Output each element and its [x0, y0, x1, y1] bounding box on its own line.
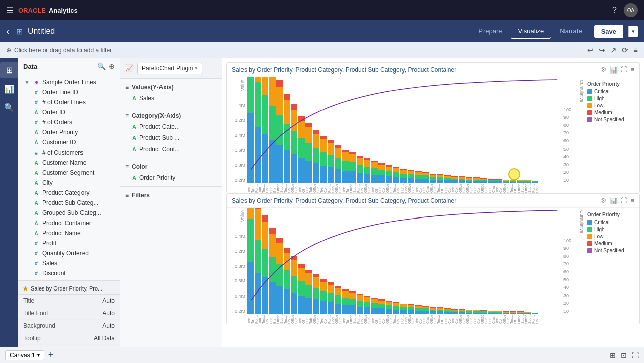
field-item[interactable]: ## of Customers [18, 148, 120, 158]
bar-group[interactable] [328, 282, 334, 314]
bar-group[interactable] [400, 304, 407, 314]
bar-group[interactable] [247, 208, 254, 314]
viz-field-item[interactable]: AOrder Priority [120, 172, 222, 183]
refresh-icon[interactable]: ⟳ [622, 46, 628, 55]
field-item[interactable]: AOrder Priority [18, 127, 120, 137]
hamburger-icon[interactable]: ☰ [6, 6, 13, 15]
field-item[interactable]: AProduct Name [18, 228, 120, 238]
bar-group[interactable] [422, 306, 429, 314]
fit-view-icon[interactable]: ⊡ [621, 351, 627, 359]
canvas-tab[interactable]: Canvas 1 ▾ [5, 350, 44, 360]
filter-hint[interactable]: ⊕ Click here or drag data to add a filte… [6, 47, 112, 54]
bar-group[interactable] [378, 163, 385, 183]
viz-field-item[interactable]: AProduct Cont... [120, 143, 222, 155]
field-item[interactable]: ACustomer ID [18, 137, 120, 148]
bar-group[interactable] [459, 176, 465, 183]
save-dropdown-button[interactable]: ▾ [628, 26, 638, 37]
viz-field-item[interactable]: AProduct Cate... [120, 121, 222, 132]
bar-group[interactable] [480, 310, 487, 314]
bar-group[interactable] [466, 310, 472, 314]
bar-group[interactable] [437, 307, 443, 314]
bar-group[interactable] [408, 170, 414, 183]
chart-icon-bar[interactable]: 📊 [610, 197, 618, 204]
viz-nav-icon[interactable]: 📊 [0, 81, 18, 97]
bar-group[interactable] [305, 270, 312, 314]
field-item[interactable]: AOrder ID [18, 107, 120, 117]
bar-group[interactable] [444, 175, 451, 183]
bar-group[interactable] [393, 167, 399, 183]
field-item[interactable]: #Sales [18, 258, 120, 268]
bar-group[interactable] [422, 172, 429, 183]
chart-icon-settings[interactable]: ⚙ [601, 197, 607, 204]
bar-group[interactable] [276, 238, 283, 314]
data-nav-icon[interactable]: ⊞ [0, 62, 18, 78]
bar-group[interactable] [255, 77, 261, 183]
bar-group[interactable] [430, 174, 436, 183]
bar-group[interactable] [349, 291, 356, 314]
bar-group[interactable] [371, 161, 378, 183]
bar-group[interactable] [466, 177, 472, 183]
back-button[interactable]: ‹ [6, 26, 9, 37]
search-icon[interactable]: 🔍 [97, 62, 106, 70]
field-item[interactable]: #Profit [18, 238, 120, 248]
field-item[interactable]: ## of Orders [18, 117, 120, 127]
bar-group[interactable] [328, 140, 334, 183]
chart-icon-menu[interactable]: ≡ [630, 66, 634, 74]
bar-group[interactable] [386, 301, 392, 314]
bar-group[interactable] [430, 307, 436, 314]
bar-group[interactable] [451, 176, 458, 183]
bar-group[interactable] [269, 77, 276, 183]
bar-group[interactable] [408, 304, 414, 314]
bar-group[interactable] [364, 296, 370, 314]
bar-group[interactable] [313, 130, 319, 183]
bar-group[interactable] [459, 309, 465, 314]
tree-dataset[interactable]: ▼ ⊞ Sample Order Lines [18, 77, 120, 87]
bar-group[interactable] [342, 289, 349, 314]
redo-icon[interactable]: ↪ [599, 46, 605, 55]
bar-group[interactable] [313, 274, 319, 314]
field-item[interactable]: AProduct Container [18, 218, 120, 228]
bar-group[interactable] [400, 169, 407, 183]
bar-group[interactable] [357, 294, 363, 314]
viz-field-item[interactable]: AProduct Sub ... [120, 132, 222, 143]
grid-view-icon[interactable]: ⊞ [610, 351, 616, 359]
bar-group[interactable] [488, 179, 495, 183]
bar-group[interactable] [284, 248, 290, 314]
bar-group[interactable] [255, 208, 261, 314]
bar-group[interactable] [480, 178, 487, 183]
bar-group[interactable] [437, 174, 443, 183]
field-item[interactable]: ACity [18, 178, 120, 188]
bar-group[interactable] [291, 256, 297, 314]
analytics-nav-icon[interactable]: 🔍 [0, 100, 18, 115]
bar-group[interactable] [473, 310, 480, 314]
save-button[interactable]: Save [594, 25, 623, 38]
bar-group[interactable] [495, 179, 502, 183]
bar-group[interactable] [262, 77, 268, 183]
bar-group[interactable] [247, 77, 254, 183]
bar-group[interactable] [371, 298, 378, 314]
add-canvas-button[interactable]: + [48, 350, 54, 360]
undo-icon[interactable]: ↩ [587, 46, 594, 55]
bar-group[interactable] [444, 308, 451, 314]
tab-narrate[interactable]: Narrate [553, 24, 589, 39]
bar-group[interactable] [320, 136, 327, 183]
bar-group[interactable] [415, 305, 422, 314]
bar-group[interactable] [298, 264, 305, 314]
bar-group[interactable] [335, 145, 341, 183]
bar-group[interactable] [393, 302, 399, 314]
field-item[interactable]: ACustomer Name [18, 158, 120, 168]
bar-group[interactable] [284, 94, 290, 183]
bar-group[interactable] [378, 299, 385, 314]
bar-group[interactable] [320, 279, 327, 314]
bar-group[interactable] [342, 149, 349, 183]
field-item[interactable]: #Order Line ID [18, 87, 120, 97]
fullscreen-icon[interactable]: ⛶ [632, 351, 639, 359]
bar-group[interactable] [269, 228, 276, 314]
bar-group[interactable] [291, 104, 297, 183]
field-item[interactable]: AProduct Sub Categ... [18, 198, 120, 208]
bar-group[interactable] [473, 177, 480, 183]
bar-group[interactable] [357, 156, 363, 183]
chart-icon-expand[interactable]: ⛶ [621, 66, 627, 74]
avatar[interactable]: OA [624, 3, 638, 17]
field-item[interactable]: AProduct Category [18, 188, 120, 198]
